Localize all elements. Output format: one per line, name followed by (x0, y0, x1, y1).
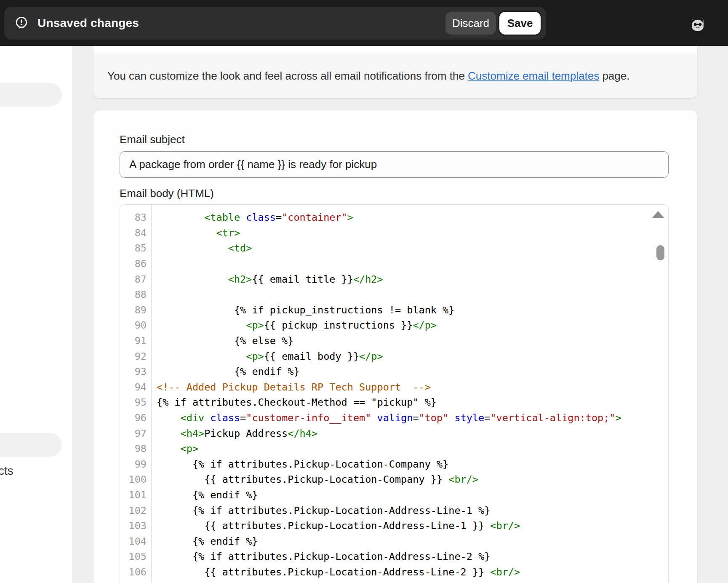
scroll-up-arrow-icon[interactable] (652, 211, 664, 218)
code-text: <p>{{ pickup_instructions }}</p> (151, 319, 437, 331)
code-text: {% endif %} (151, 582, 258, 583)
code-line[interactable]: 90 <p>{{ pickup_instructions }}</p> (120, 318, 668, 333)
code-text: {% endif %} (151, 535, 258, 547)
code-line[interactable]: 85 <td> (120, 241, 668, 256)
code-text: {% if pickup_instructions != blank %} (151, 304, 454, 316)
line-number: 91 (120, 335, 151, 347)
code-line[interactable]: 91 {% else %} (120, 333, 668, 349)
banner-text: You can customize the look and feel acro… (107, 70, 629, 83)
line-number: 100 (120, 473, 151, 485)
code-line[interactable]: 88 (120, 287, 668, 302)
line-number: 96 (120, 412, 151, 424)
code-line[interactable]: 107 {% endif %} (120, 580, 668, 583)
code-text: {% if attributes.Pickup-Location-Address… (151, 551, 490, 562)
save-button[interactable]: Save (499, 12, 541, 35)
code-text: {% endif %} (151, 489, 258, 501)
code-line[interactable]: 102 {% if attributes.Pickup-Location-Add… (120, 503, 668, 518)
unsaved-changes-bar: Unsaved changes Discard Save (4, 7, 546, 40)
code-line[interactable]: 103 {{ attributes.Pickup-Location-Addres… (120, 518, 668, 534)
line-number: 97 (120, 428, 151, 439)
top-bar: Unsaved changes Discard Save (0, 0, 728, 46)
settings-sidebar: cts (0, 46, 72, 583)
email-body-code-editor[interactable]: 83 <table class="container">84 <tr>85 <t… (120, 204, 669, 583)
code-text: <h2>{{ email_title }}</h2> (151, 273, 383, 285)
line-number: 92 (120, 350, 151, 362)
discard-button[interactable]: Discard (445, 12, 496, 35)
gutter-divider (151, 205, 152, 583)
code-text: <table class="container"> (151, 211, 353, 223)
email-subject-input[interactable] (120, 151, 669, 178)
line-number: 105 (120, 551, 151, 562)
code-text: <p> (151, 443, 198, 455)
line-number: 90 (120, 319, 151, 331)
sidebar-item-label-partial[interactable]: cts (0, 464, 13, 478)
info-card: You can customize the look and feel acro… (93, 46, 697, 98)
line-number: 93 (120, 366, 151, 377)
code-line[interactable]: 100 {{ attributes.Pickup-Location-Compan… (120, 472, 668, 487)
code-text: <td> (151, 242, 252, 254)
code-lines: 83 <table class="container">84 <tr>85 <t… (120, 210, 668, 583)
code-line[interactable]: 106 {{ attributes.Pickup-Location-Addres… (120, 564, 668, 580)
code-text: {% endif %} (151, 366, 300, 377)
line-number: 104 (120, 535, 151, 547)
code-line[interactable]: 83 <table class="container"> (120, 210, 668, 225)
line-number: 107 (120, 582, 151, 583)
line-number: 103 (120, 520, 151, 532)
customize-email-templates-link[interactable]: Customize email templates (468, 70, 599, 82)
code-text: {{ attributes.Pickup-Location-Address-Li… (151, 566, 520, 578)
line-number: 86 (120, 258, 151, 270)
code-line[interactable]: 99 {% if attributes.Pickup-Location-Comp… (120, 457, 668, 472)
line-number: 84 (120, 227, 151, 239)
code-line[interactable]: 104 {% endif %} (120, 533, 668, 549)
code-text: {% if attributes.Pickup-Location-Address… (151, 505, 490, 516)
code-text: {% else %} (151, 335, 293, 347)
status-wrap: Unsaved changes (15, 16, 445, 30)
editor-scrollbar-thumb[interactable] (656, 245, 664, 260)
line-number: 99 (120, 458, 151, 470)
code-line[interactable]: 105 {% if attributes.Pickup-Location-Add… (120, 549, 668, 564)
email-template-card: Email subject Email body (HTML) 83 <tabl… (93, 110, 697, 583)
code-line[interactable]: 89 {% if pickup_instructions != blank %} (120, 302, 668, 318)
sidebar-item-pill[interactable] (0, 433, 62, 457)
face-avatar-icon[interactable] (691, 14, 704, 32)
code-line[interactable]: 87 <h2>{{ email_title }}</h2> (120, 271, 668, 287)
line-number: 95 (120, 396, 151, 408)
code-line[interactable]: 86 (120, 256, 668, 272)
unsaved-changes-label: Unsaved changes (37, 16, 139, 30)
customize-templates-banner: You can customize the look and feel acro… (93, 53, 697, 98)
line-number: 101 (120, 489, 151, 501)
banner-text-before: You can customize the look and feel acro… (107, 70, 468, 82)
code-text: <div class="customer-info__item" valign=… (151, 412, 621, 424)
code-line[interactable]: 98 <p> (120, 441, 668, 457)
code-line[interactable]: 96 <div class="customer-info__item" vali… (120, 410, 668, 426)
code-text: {% if attributes.Checkout-Method == "pic… (151, 396, 437, 408)
line-number: 83 (120, 211, 151, 223)
page: Unsaved changes Discard Save cts You can… (0, 0, 728, 583)
email-subject-label: Email subject (120, 133, 671, 146)
line-number: 102 (120, 505, 151, 516)
alert-circle-icon (15, 16, 28, 30)
code-text: {{ attributes.Pickup-Location-Company }}… (151, 473, 478, 485)
banner-text-after: page. (599, 70, 629, 82)
line-number: 106 (120, 566, 151, 578)
code-line[interactable]: 92 <p>{{ email_body }}</p> (120, 348, 668, 364)
line-number: 89 (120, 304, 151, 316)
line-number: 88 (120, 289, 151, 300)
code-text: <h4>Pickup Address</h4> (151, 428, 317, 439)
code-line[interactable]: 97 <h4>Pickup Address</h4> (120, 425, 668, 441)
code-line[interactable]: 93 {% endif %} (120, 364, 668, 380)
code-text: <tr> (151, 227, 240, 239)
code-line[interactable]: 84 <tr> (120, 225, 668, 241)
sidebar-item-pill[interactable] (0, 83, 62, 107)
code-line[interactable]: 94<!-- Added Pickup Details RP Tech Supp… (120, 380, 668, 395)
code-line[interactable]: 101 {% endif %} (120, 487, 668, 503)
line-number: 94 (120, 381, 151, 393)
line-number: 85 (120, 242, 151, 254)
line-number: 87 (120, 273, 151, 285)
code-text: <!-- Added Pickup Details RP Tech Suppor… (151, 381, 431, 393)
email-body-label: Email body (HTML) (120, 187, 671, 200)
code-text: {{ attributes.Pickup-Location-Address-Li… (151, 520, 520, 532)
line-number: 98 (120, 443, 151, 455)
code-text: <p>{{ email_body }}</p> (151, 350, 383, 362)
code-line[interactable]: 95{% if attributes.Checkout-Method == "p… (120, 395, 668, 410)
